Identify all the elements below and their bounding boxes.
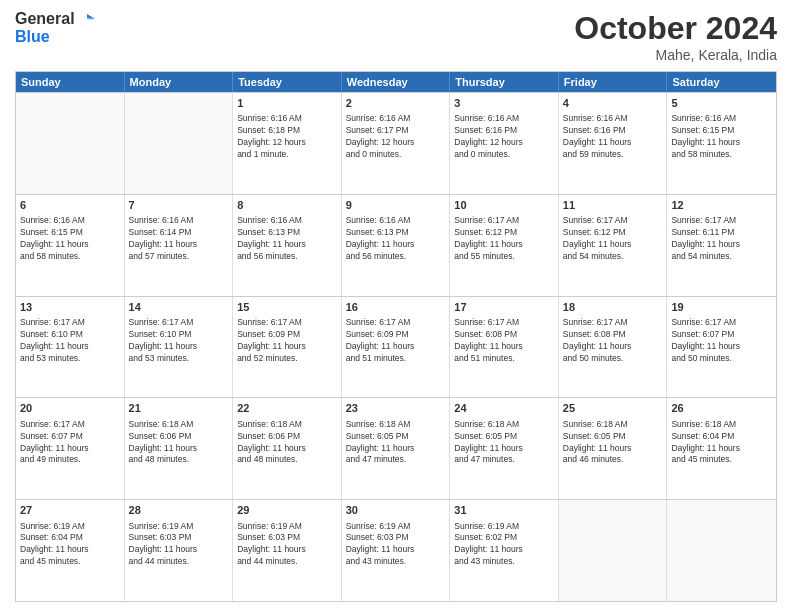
table-row: 20Sunrise: 6:17 AMSunset: 6:07 PMDayligh… <box>16 398 125 499</box>
table-row: 9Sunrise: 6:16 AMSunset: 6:13 PMDaylight… <box>342 195 451 296</box>
day-number: 20 <box>20 401 120 416</box>
sunrise-text: Sunrise: 6:19 AM <box>129 521 229 533</box>
daylight-text: Daylight: 11 hours <box>20 341 120 353</box>
sunset-text: Sunset: 6:15 PM <box>20 227 120 239</box>
table-row: 14Sunrise: 6:17 AMSunset: 6:10 PMDayligh… <box>125 297 234 398</box>
daylight-text: and 43 minutes. <box>454 556 554 568</box>
table-row: 5Sunrise: 6:16 AMSunset: 6:15 PMDaylight… <box>667 93 776 194</box>
sunset-text: Sunset: 6:05 PM <box>346 431 446 443</box>
week-5: 27Sunrise: 6:19 AMSunset: 6:04 PMDayligh… <box>16 499 776 601</box>
table-row <box>667 500 776 601</box>
table-row: 3Sunrise: 6:16 AMSunset: 6:16 PMDaylight… <box>450 93 559 194</box>
table-row: 6Sunrise: 6:16 AMSunset: 6:15 PMDaylight… <box>16 195 125 296</box>
daylight-text: and 50 minutes. <box>563 353 663 365</box>
sunrise-text: Sunrise: 6:16 AM <box>20 215 120 227</box>
day-number: 11 <box>563 198 663 213</box>
day-number: 8 <box>237 198 337 213</box>
sunrise-text: Sunrise: 6:16 AM <box>454 113 554 125</box>
sunrise-text: Sunrise: 6:17 AM <box>454 215 554 227</box>
daylight-text: and 46 minutes. <box>563 454 663 466</box>
sunset-text: Sunset: 6:06 PM <box>129 431 229 443</box>
day-number: 30 <box>346 503 446 518</box>
daylight-text: Daylight: 11 hours <box>563 341 663 353</box>
table-row: 31Sunrise: 6:19 AMSunset: 6:02 PMDayligh… <box>450 500 559 601</box>
daylight-text: Daylight: 11 hours <box>346 341 446 353</box>
table-row: 30Sunrise: 6:19 AMSunset: 6:03 PMDayligh… <box>342 500 451 601</box>
day-number: 10 <box>454 198 554 213</box>
table-row: 25Sunrise: 6:18 AMSunset: 6:05 PMDayligh… <box>559 398 668 499</box>
header-tuesday: Tuesday <box>233 72 342 92</box>
sunset-text: Sunset: 6:03 PM <box>129 532 229 544</box>
sunset-text: Sunset: 6:07 PM <box>671 329 772 341</box>
daylight-text: and 55 minutes. <box>454 251 554 263</box>
day-number: 9 <box>346 198 446 213</box>
sunset-text: Sunset: 6:13 PM <box>237 227 337 239</box>
logo-general: General <box>15 10 75 28</box>
daylight-text: and 57 minutes. <box>129 251 229 263</box>
sunset-text: Sunset: 6:08 PM <box>563 329 663 341</box>
day-number: 18 <box>563 300 663 315</box>
daylight-text: Daylight: 12 hours <box>237 137 337 149</box>
sunset-text: Sunset: 6:13 PM <box>346 227 446 239</box>
day-number: 27 <box>20 503 120 518</box>
table-row: 18Sunrise: 6:17 AMSunset: 6:08 PMDayligh… <box>559 297 668 398</box>
table-row <box>559 500 668 601</box>
daylight-text: Daylight: 11 hours <box>454 544 554 556</box>
day-number: 31 <box>454 503 554 518</box>
table-row <box>16 93 125 194</box>
sunset-text: Sunset: 6:18 PM <box>237 125 337 137</box>
daylight-text: and 47 minutes. <box>454 454 554 466</box>
daylight-text: Daylight: 11 hours <box>563 239 663 251</box>
title-block: October 2024 Mahe, Kerala, India <box>574 10 777 63</box>
sunrise-text: Sunrise: 6:16 AM <box>237 215 337 227</box>
daylight-text: Daylight: 11 hours <box>20 443 120 455</box>
week-1: 1Sunrise: 6:16 AMSunset: 6:18 PMDaylight… <box>16 92 776 194</box>
table-row: 26Sunrise: 6:18 AMSunset: 6:04 PMDayligh… <box>667 398 776 499</box>
daylight-text: Daylight: 11 hours <box>346 544 446 556</box>
daylight-text: Daylight: 11 hours <box>237 443 337 455</box>
header-thursday: Thursday <box>450 72 559 92</box>
day-number: 26 <box>671 401 772 416</box>
table-row: 12Sunrise: 6:17 AMSunset: 6:11 PMDayligh… <box>667 195 776 296</box>
sunrise-text: Sunrise: 6:16 AM <box>346 215 446 227</box>
sunrise-text: Sunrise: 6:19 AM <box>346 521 446 533</box>
sunset-text: Sunset: 6:03 PM <box>346 532 446 544</box>
table-row: 2Sunrise: 6:16 AMSunset: 6:17 PMDaylight… <box>342 93 451 194</box>
day-number: 17 <box>454 300 554 315</box>
sunset-text: Sunset: 6:04 PM <box>671 431 772 443</box>
daylight-text: Daylight: 11 hours <box>346 443 446 455</box>
day-number: 24 <box>454 401 554 416</box>
daylight-text: and 56 minutes. <box>346 251 446 263</box>
table-row: 11Sunrise: 6:17 AMSunset: 6:12 PMDayligh… <box>559 195 668 296</box>
daylight-text: and 54 minutes. <box>563 251 663 263</box>
sunrise-text: Sunrise: 6:17 AM <box>346 317 446 329</box>
sunset-text: Sunset: 6:02 PM <box>454 532 554 544</box>
day-number: 5 <box>671 96 772 111</box>
sunrise-text: Sunrise: 6:19 AM <box>20 521 120 533</box>
calendar: Sunday Monday Tuesday Wednesday Thursday… <box>15 71 777 602</box>
daylight-text: and 45 minutes. <box>20 556 120 568</box>
sunset-text: Sunset: 6:17 PM <box>346 125 446 137</box>
day-number: 25 <box>563 401 663 416</box>
sunset-text: Sunset: 6:11 PM <box>671 227 772 239</box>
day-number: 1 <box>237 96 337 111</box>
daylight-text: and 58 minutes. <box>20 251 120 263</box>
sunrise-text: Sunrise: 6:17 AM <box>671 317 772 329</box>
daylight-text: and 58 minutes. <box>671 149 772 161</box>
sunrise-text: Sunrise: 6:17 AM <box>129 317 229 329</box>
sunrise-text: Sunrise: 6:17 AM <box>563 317 663 329</box>
sunrise-text: Sunrise: 6:18 AM <box>454 419 554 431</box>
sunset-text: Sunset: 6:12 PM <box>563 227 663 239</box>
day-number: 28 <box>129 503 229 518</box>
sunrise-text: Sunrise: 6:16 AM <box>129 215 229 227</box>
sunrise-text: Sunrise: 6:17 AM <box>237 317 337 329</box>
daylight-text: and 48 minutes. <box>237 454 337 466</box>
sunset-text: Sunset: 6:05 PM <box>563 431 663 443</box>
day-number: 16 <box>346 300 446 315</box>
daylight-text: and 45 minutes. <box>671 454 772 466</box>
logo-blue: Blue <box>15 28 95 46</box>
calendar-header: Sunday Monday Tuesday Wednesday Thursday… <box>16 72 776 92</box>
day-number: 6 <box>20 198 120 213</box>
sunset-text: Sunset: 6:12 PM <box>454 227 554 239</box>
header-monday: Monday <box>125 72 234 92</box>
